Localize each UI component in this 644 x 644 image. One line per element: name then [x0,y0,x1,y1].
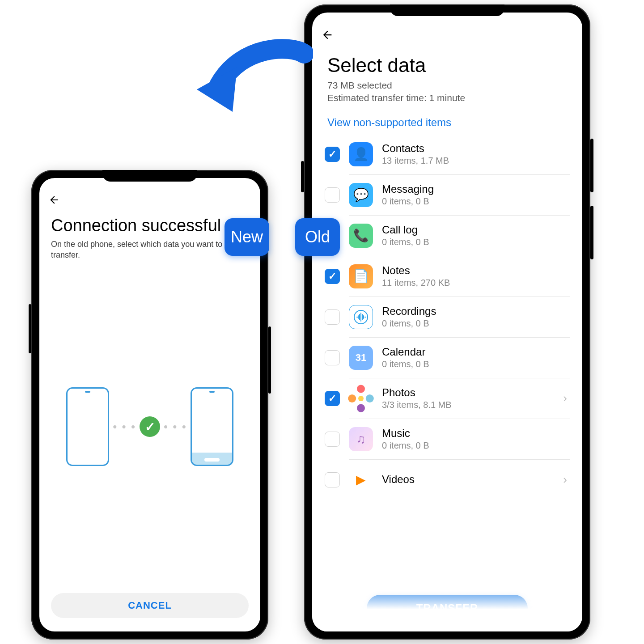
music-icon: ♫ [349,427,373,451]
checkbox-notes[interactable]: ✓ [325,269,340,284]
recordings-icon [349,305,373,329]
list-item-contacts[interactable]: ✓ 👤 Contacts 13 items, 1.7 MB [323,134,572,175]
dots-icon: • • • [113,420,136,434]
back-button[interactable] [39,191,260,208]
videos-icon: ▶ [349,468,373,492]
list-item-recordings[interactable]: Recordings 0 items, 0 B [323,297,572,338]
phone-notch [390,4,504,16]
eta-text: Estimated transfer time: 1 minute [312,92,582,104]
checkbox-messaging[interactable] [325,187,340,203]
item-title: Music [382,427,570,440]
phone-side-button [301,161,304,192]
list-item-calendar[interactable]: 31 Calendar 0 items, 0 B [323,338,572,378]
list-item-calllog[interactable]: 📞 Call log 0 items, 0 B [323,216,572,256]
phone-side-button [268,326,271,394]
item-title: Notes [382,264,570,277]
phone-side-button [590,206,593,259]
list-item-messaging[interactable]: 💬 Messaging 0 items, 0 B [323,175,572,216]
dots-icon: • • • [164,420,187,434]
item-title: Contacts [382,142,570,155]
mini-phone-icon [191,387,233,466]
calendar-icon: 31 [349,346,373,370]
view-unsupported-link[interactable]: View non-supported items [312,105,582,134]
old-phone-badge: Old [295,218,340,256]
chevron-right-icon: › [563,473,570,487]
item-title: Videos [382,473,554,486]
item-subtitle: 11 items, 270 KB [382,278,570,288]
list-item-photos[interactable]: ✓ Photos 3/3 items, 8.1 MB › [323,378,572,419]
cancel-button[interactable]: CANCEL [51,593,249,618]
old-phone-screen: Select data 73 MB selected Estimated tra… [312,13,582,631]
transfer-direction-arrow-icon [188,36,313,139]
checkbox-calendar[interactable] [325,350,340,365]
phone-notch [102,170,197,182]
list-item-music[interactable]: ♫ Music 0 items, 0 B [323,419,572,460]
phone-side-button [29,304,31,353]
item-subtitle: 0 items, 0 B [382,196,570,207]
selected-size-text: 73 MB selected [312,79,582,92]
phone-side-button [590,139,593,192]
item-title: Recordings [382,305,570,318]
item-subtitle: 13 items, 1.7 MB [382,156,570,166]
new-phone-badge: New [225,218,269,256]
mini-phone-icon [66,387,109,466]
item-subtitle: 3/3 items, 8.1 MB [382,400,554,410]
connection-graphic: • • • ✓ • • • [39,261,260,593]
transfer-button[interactable]: TRANSFER [367,595,528,622]
checkbox-music[interactable] [325,432,340,447]
photos-icon [349,386,373,411]
list-item-videos[interactable]: ▶ Videos › [323,460,572,492]
checkbox-photos[interactable]: ✓ [325,391,340,406]
checkmark-circle-icon: ✓ [140,416,160,437]
back-button[interactable] [312,26,582,43]
checkbox-recordings[interactable] [325,309,340,325]
item-subtitle: 0 items, 0 B [382,318,570,329]
item-subtitle: 0 items, 0 B [382,441,570,451]
calllog-icon: 📞 [349,224,373,248]
list-item-notes[interactable]: ✓ 📄 Notes 11 items, 270 KB [323,256,572,297]
item-title: Calendar [382,346,570,358]
item-subtitle: 0 items, 0 B [382,359,570,369]
old-phone-device-frame: Select data 73 MB selected Estimated tra… [304,4,590,640]
item-title: Photos [382,386,554,399]
checkbox-contacts[interactable]: ✓ [325,147,340,162]
item-title: Call log [382,224,570,236]
page-title: Select data [312,43,582,79]
data-category-list[interactable]: ✓ 👤 Contacts 13 items, 1.7 MB 💬 Messagin… [312,134,582,631]
contacts-icon: 👤 [349,142,373,166]
messaging-icon: 💬 [349,183,373,207]
notes-icon: 📄 [349,264,373,288]
item-title: Messaging [382,183,570,195]
chevron-right-icon: › [563,391,570,405]
item-subtitle: 0 items, 0 B [382,237,570,247]
checkbox-videos[interactable] [325,472,340,487]
